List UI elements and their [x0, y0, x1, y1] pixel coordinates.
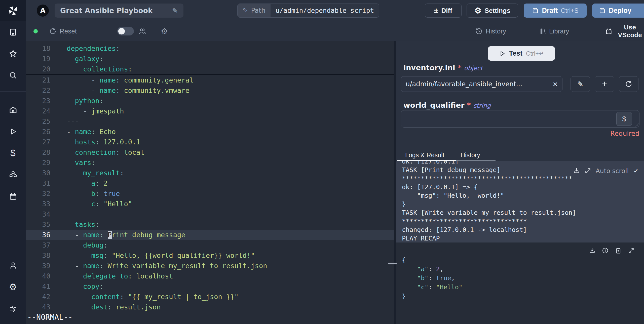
result-line: { — [402, 256, 463, 265]
expand-icon — [585, 168, 591, 174]
edit-path-pencil-icon: ✎ — [243, 7, 248, 14]
sidebar-item-resources[interactable] — [0, 164, 26, 186]
code-line: 35 tasks: — [26, 219, 394, 230]
library-button[interactable]: Library — [539, 21, 569, 41]
pane-divider[interactable] — [394, 41, 396, 324]
variable-picker-button[interactable]: $ — [616, 112, 632, 126]
code-line: 39 - name: Write variable my_result to r… — [26, 261, 394, 271]
deploy-split-button: Deploy — [592, 4, 644, 18]
pane-resize-grip[interactable] — [388, 263, 397, 264]
refresh-icon — [625, 80, 632, 88]
field-type: object — [464, 65, 483, 72]
tab-history[interactable]: History — [461, 150, 480, 160]
refresh-resource-button[interactable] — [619, 76, 638, 92]
code-line: 30 my_result: — [26, 168, 394, 178]
code-line: 43 dest: result.json — [26, 302, 394, 312]
test-shortcut: Ctrl+↵ — [526, 50, 544, 57]
resize-handle[interactable] — [635, 123, 638, 127]
edit-resource-button[interactable]: ✎ — [571, 76, 590, 92]
log-line: TASK [Write variable my_result to result… — [402, 209, 576, 217]
history-button[interactable]: History — [475, 21, 506, 41]
script-title-input[interactable]: Great Ansible Playbook ✎ — [55, 4, 183, 18]
collaborators-button[interactable] — [138, 21, 146, 41]
sidebar-item-runs[interactable] — [0, 121, 26, 142]
reset-refresh-icon — [49, 27, 57, 35]
result-line: } — [402, 292, 463, 301]
download-logs-button[interactable] — [573, 167, 580, 174]
edit-title-pencil-icon[interactable]: ✎ — [172, 7, 178, 15]
reset-button[interactable]: Reset — [49, 21, 77, 41]
sidebar-item-schedules[interactable] — [0, 186, 26, 207]
inventory-field-label: inventory.ini* object — [403, 63, 483, 72]
search-icon — [9, 71, 17, 80]
copy-result-button[interactable] — [615, 247, 622, 254]
sidebar-item-search[interactable] — [0, 65, 26, 86]
editor-settings-button[interactable]: ⚙ — [161, 21, 168, 41]
logout-icon — [9, 304, 17, 313]
reset-label: Reset — [60, 27, 77, 35]
library-label: Library — [549, 27, 569, 35]
diff-icon: ± — [434, 6, 438, 15]
result-line: "c": "Hello" — [402, 283, 463, 292]
deploy-dropdown-button[interactable] — [638, 4, 644, 18]
world-qualifier-textarea[interactable] — [401, 110, 639, 128]
star-icon — [9, 49, 18, 58]
add-resource-button[interactable]: + — [595, 76, 614, 92]
log-lines: ok: [127.0.0.1]TASK [Print debug message… — [402, 161, 576, 242]
clipboard-icon — [615, 247, 622, 254]
inventory-resource-input[interactable]: u/admin/favorable_ansible_invent... × — [401, 76, 562, 92]
log-line: ********************************* — [402, 217, 576, 226]
code-line: 33 c: "Hello" — [26, 199, 394, 209]
log-line: ****************************************… — [402, 174, 576, 183]
draft-button[interactable]: Draft Ctrl+S — [524, 4, 587, 18]
code-line: 29 vars: — [26, 157, 394, 168]
path-label: Path — [251, 7, 266, 14]
sidebar-item-account[interactable] — [0, 255, 26, 276]
tab-logs-result[interactable]: Logs & Result — [405, 150, 444, 160]
workspace-building-icon — [9, 28, 17, 36]
result-info-button[interactable] — [602, 247, 609, 254]
download-icon — [589, 247, 596, 254]
save-deploy-icon — [599, 7, 606, 14]
result-tabs: Logs & Result History — [396, 150, 644, 161]
clear-resource-button[interactable]: × — [553, 80, 558, 88]
sidebar-item-settings[interactable]: ⚙ — [0, 276, 26, 298]
status-dot — [33, 29, 38, 33]
save-draft-icon — [532, 7, 539, 14]
draft-shortcut: Ctrl+S — [561, 7, 578, 14]
sidebar-item-variables[interactable]: $ — [0, 142, 26, 164]
world-qualifier-field-label: world_qualifier* string — [403, 101, 491, 109]
diff-toggle[interactable] — [117, 27, 134, 35]
test-label: Test — [509, 50, 523, 57]
sidebar-item-logout[interactable] — [0, 298, 26, 319]
draft-label: Draft — [542, 7, 558, 15]
vscode-cat-icon — [605, 27, 613, 35]
logs-pane: ok: [127.0.0.1]TASK [Print debug message… — [396, 161, 644, 242]
library-icon — [539, 27, 546, 35]
autoscroll-checkbox[interactable]: ✓ — [633, 167, 639, 175]
use-vscode-button[interactable]: Use VScode — [605, 21, 644, 41]
code-editor[interactable]: 18dependencies:19 galaxy:20 collections:… — [26, 41, 394, 324]
path-chip[interactable]: ✎ Path u/admin/dependable_script — [237, 4, 379, 18]
play-icon — [9, 128, 17, 136]
expand-result-button[interactable] — [628, 247, 634, 254]
sticky-scroll-separator — [26, 74, 394, 75]
history-clock-icon — [475, 27, 483, 35]
download-result-button[interactable] — [589, 247, 596, 254]
sidebar-item-favorites[interactable] — [0, 43, 26, 65]
sidebar-item-workspace[interactable] — [0, 21, 26, 43]
dollar-icon: $ — [10, 148, 15, 158]
settings-button[interactable]: ⚙ Settings — [467, 4, 518, 18]
code-line: 44 — [26, 312, 394, 322]
app-logo[interactable] — [0, 0, 26, 21]
sidebar-divider — [0, 91, 26, 92]
chevron-down-icon — [643, 7, 644, 14]
script-title: Great Ansible Playbook — [60, 7, 172, 15]
sidebar-item-home[interactable] — [0, 99, 26, 121]
test-button[interactable]: Test Ctrl+↵ — [488, 46, 555, 61]
deploy-button[interactable]: Deploy — [592, 4, 638, 18]
diff-button[interactable]: ± Diff — [425, 4, 462, 18]
code-line: 36 - name: Print debug message — [26, 230, 394, 240]
diff-label: Diff — [441, 7, 452, 15]
expand-logs-button[interactable] — [585, 168, 591, 174]
